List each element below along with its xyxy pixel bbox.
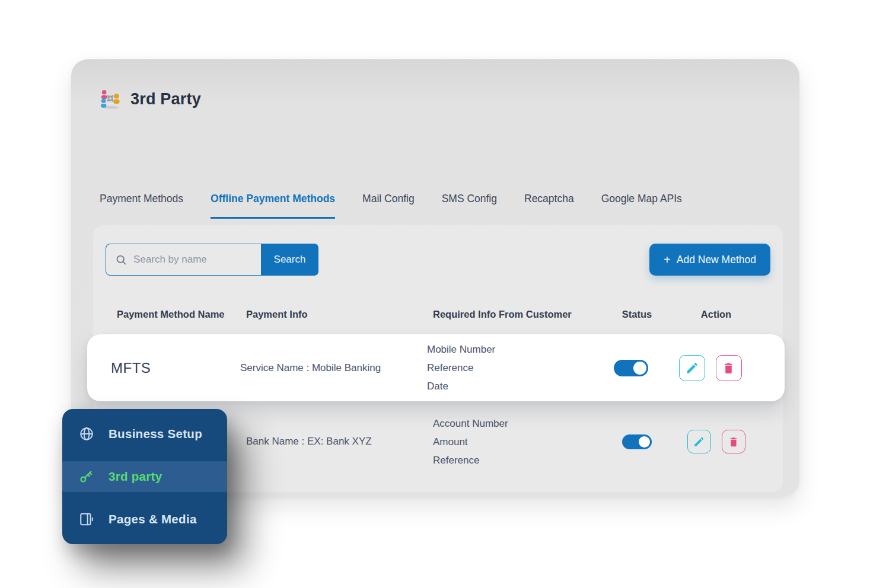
table-header: Payment Method Name Payment Info Require… xyxy=(93,299,783,329)
column-header-payment-method-name: Payment Method Name xyxy=(93,309,246,320)
search-button[interactable]: Search xyxy=(261,244,318,276)
edit-button[interactable] xyxy=(679,355,705,381)
delete-button[interactable] xyxy=(722,430,745,453)
pencil-icon xyxy=(693,436,705,448)
pages-media-icon xyxy=(79,512,94,527)
tab-sms-config[interactable]: SMS Config xyxy=(442,193,497,219)
required-info-item: Mobile Number xyxy=(427,340,590,359)
pencil-icon xyxy=(685,361,699,375)
column-header-action: Action xyxy=(678,309,754,320)
page-title: 3rd Party xyxy=(130,90,201,108)
payment-method-name: MFTS xyxy=(87,360,240,376)
sidebar-menu: Business Setup 3rd party Pa xyxy=(62,409,227,544)
trash-icon xyxy=(728,436,740,448)
tab-mail-config[interactable]: Mail Config xyxy=(362,193,415,219)
key-icon xyxy=(79,469,94,484)
sidebar-item-business-setup[interactable]: Business Setup xyxy=(62,415,227,453)
payment-info: Bank Name : EX: Bank XYZ xyxy=(246,436,433,448)
required-info-item: Amount xyxy=(433,433,596,451)
trash-icon xyxy=(722,361,735,375)
people-collaboration-icon xyxy=(100,89,122,109)
required-info-list: Mobile Number Reference Date xyxy=(427,340,590,395)
plus-icon: + xyxy=(664,254,671,266)
add-new-method-button[interactable]: + Add New Method xyxy=(649,244,770,276)
globe-icon xyxy=(79,426,94,442)
sidebar-item-label: Pages & Media xyxy=(109,512,197,526)
toggle-knob xyxy=(633,362,646,375)
page: 3rd Party Payment Methods Offline Paymen… xyxy=(0,0,870,588)
required-info-item: Reference xyxy=(427,359,590,377)
delete-button[interactable] xyxy=(716,355,742,381)
required-info-item: Reference xyxy=(433,451,596,469)
sidebar-item-3rd-party[interactable]: 3rd party xyxy=(62,461,227,492)
card-header: 3rd Party xyxy=(100,89,201,109)
add-new-method-label: Add New Method xyxy=(677,254,756,266)
required-info-item: Date xyxy=(427,377,590,395)
sidebar-item-label: Business Setup xyxy=(109,427,202,441)
tab-offline-payment-methods[interactable]: Offline Payment Methods xyxy=(211,193,335,219)
search-box xyxy=(106,244,261,276)
search-icon xyxy=(115,254,128,266)
required-info-item: Account Number xyxy=(433,414,596,433)
tab-recaptcha[interactable]: Recaptcha xyxy=(524,193,574,219)
toolbar: Search + Add New Method xyxy=(93,244,783,276)
sidebar-item-label: 3rd party xyxy=(109,469,162,484)
sidebar-item-pages-media[interactable]: Pages & Media xyxy=(62,500,227,538)
tab-google-map-apis[interactable]: Google Map APIs xyxy=(601,193,682,219)
nav-tabs: Payment Methods Offline Payment Methods … xyxy=(100,193,682,219)
table-row-mfts: MFTS Service Name : Mobile Banking Mobil… xyxy=(87,334,785,401)
status-toggle[interactable] xyxy=(622,434,652,449)
search-group: Search xyxy=(106,244,318,276)
required-info-list: Account Number Amount Reference xyxy=(433,414,596,469)
edit-button[interactable] xyxy=(687,430,711,453)
column-header-payment-info: Payment Info xyxy=(246,309,433,320)
column-header-status: Status xyxy=(596,309,678,320)
tab-payment-methods[interactable]: Payment Methods xyxy=(100,193,183,219)
column-header-required-info: Required Info From Customer xyxy=(433,309,596,320)
search-input[interactable] xyxy=(106,244,261,275)
toggle-knob xyxy=(639,436,650,448)
status-toggle[interactable] xyxy=(614,360,648,376)
payment-info: Service Name : Mobile Banking xyxy=(240,362,427,374)
